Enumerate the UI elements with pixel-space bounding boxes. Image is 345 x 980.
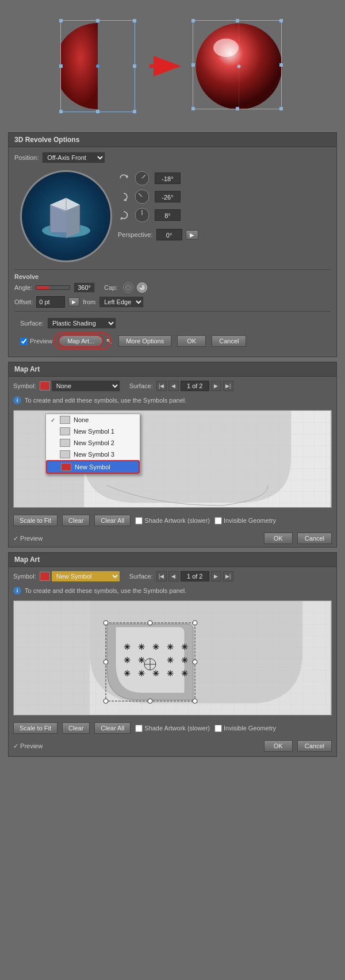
svg-text:✳: ✳	[181, 656, 188, 665]
revolve-cancel-button[interactable]: Cancel	[212, 335, 246, 347]
clear-all-btn-2[interactable]: Clear All	[94, 722, 131, 734]
surface-first-btn-1[interactable]: |◀	[156, 381, 167, 391]
angle-x-value: -18°	[155, 173, 181, 184]
revolve-preview-footer: Preview Map Art... ↖ More Options OK Can…	[14, 331, 331, 352]
shade-artwork-label-2: Shade Artwork (slower)	[135, 725, 210, 732]
angle-y-value: -26°	[155, 191, 181, 202]
dial-x-icon[interactable]	[134, 170, 150, 186]
invisible-geom-checkbox-2[interactable]	[214, 725, 222, 732]
dial-y-icon[interactable]	[134, 189, 150, 205]
info-row-2: i To create and edit these symbols, use …	[9, 584, 336, 597]
map-art-cancel-btn-1[interactable]: Cancel	[297, 533, 332, 544]
surface-label-1: Surface:	[129, 382, 153, 389]
surface-last-btn-1[interactable]: ▶|	[223, 381, 233, 391]
revolve-ok-button[interactable]: OK	[177, 335, 206, 347]
surface-next-btn-1[interactable]: ▶	[211, 381, 221, 391]
cap-btn-right[interactable]	[137, 282, 147, 293]
surface-select[interactable]: Plastic Shading	[47, 317, 116, 329]
clear-btn-1[interactable]: Clear	[62, 515, 90, 526]
svg-point-23	[125, 285, 131, 290]
clear-btn-2[interactable]: Clear	[62, 722, 90, 734]
revolve-options-panel: 3D Revolve Options Position: Off-Axis Fr…	[8, 132, 337, 357]
dropdown-item-sym1[interactable]: New Symbol 1	[46, 426, 140, 437]
svg-point-33	[193, 621, 197, 625]
map-art-button[interactable]: Map Art...	[58, 335, 103, 347]
map-art-panel-2: Map Art Symbol: New Symbol None New Symb…	[8, 552, 337, 757]
info-icon-1: i	[13, 396, 21, 404]
map-art-ok-btn-1[interactable]: OK	[264, 533, 293, 544]
shade-artwork-checkbox-1[interactable]	[135, 517, 143, 525]
preview-checkbox-label: Preview	[20, 338, 52, 345]
surface-last-btn-2[interactable]: ▶|	[223, 571, 233, 581]
dropdown-item-sym2[interactable]: New Symbol 2	[46, 437, 140, 449]
revolve-divider1	[14, 269, 331, 270]
invisible-geom-label-2: Invisible Geometry	[214, 725, 276, 732]
angle-slider[interactable]	[36, 285, 70, 290]
clear-all-btn-1[interactable]: Clear All	[94, 515, 131, 526]
dropdown-item-newsym[interactable]: New Symbol	[46, 460, 140, 474]
symbol-select-container-2: New Symbol None New Symbol 1 New Symbol …	[40, 571, 120, 582]
position-select[interactable]: Off-Axis Front	[42, 152, 105, 163]
thumb-sym1	[60, 427, 70, 435]
dial-z-icon[interactable]	[134, 207, 150, 223]
check-none: ✓	[51, 417, 56, 423]
offset-label: Offset:	[14, 298, 33, 305]
surface-first-btn-2[interactable]: |◀	[156, 571, 167, 581]
svg-point-37	[148, 699, 152, 703]
surface-row: Surface: Plastic Shading	[14, 315, 331, 331]
from-select[interactable]: Left Edge	[99, 296, 144, 308]
svg-text:✳: ✳	[124, 656, 131, 665]
scale-to-fit-btn-1[interactable]: Scale to Fit	[13, 515, 57, 526]
thumb-newsym	[61, 463, 71, 471]
map-art-title-2: Map Art	[9, 553, 336, 567]
symbol-thumb-1	[40, 381, 50, 391]
scale-to-fit-btn-2[interactable]: Scale to Fit	[13, 722, 57, 734]
offset-arrow-btn[interactable]: ▶	[68, 297, 79, 307]
symbol-dropdown-2[interactable]: New Symbol None New Symbol 1 New Symbol …	[51, 571, 120, 582]
surface-prev-btn-1[interactable]: ◀	[168, 381, 179, 391]
offset-input[interactable]	[36, 296, 65, 308]
symbol-label-2: Symbol:	[13, 573, 36, 580]
perspective-label: Perspective:	[118, 231, 153, 238]
ok-cancel-1: OK Cancel	[264, 533, 332, 544]
shade-artwork-checkbox-2[interactable]	[135, 725, 143, 732]
symbol-dropdown-menu-1: ✓ None New Symbol 1 New Symbol 2	[45, 414, 140, 474]
cap-btn-left[interactable]	[123, 282, 133, 293]
invisible-geom-text-2: Invisible Geometry	[224, 725, 276, 732]
map-art-title-1: Map Art	[9, 362, 336, 377]
half-sphere-container	[60, 20, 135, 112]
svg-point-34	[103, 699, 108, 703]
angle-z-row: 8°	[118, 207, 325, 223]
invisible-geom-text-1: Invisible Geometry	[224, 517, 276, 524]
illustration-area	[0, 0, 345, 132]
map-art-ok-btn-2[interactable]: OK	[264, 740, 293, 752]
svg-text:✳: ✳	[167, 656, 174, 665]
map-art-cancel-btn-2[interactable]: Cancel	[297, 740, 332, 752]
dropdown-item-none[interactable]: ✓ None	[46, 414, 140, 426]
surface-prev-btn-2[interactable]: ◀	[168, 571, 179, 581]
perspective-row: Perspective: 0° ▶	[118, 229, 325, 240]
art-footer-2: Scale to Fit Clear Clear All Shade Artwo…	[9, 719, 336, 737]
canvas-art-2: ✳ ✳ ✳ ✳ ✳ ✳ ✳ ✳ ✳ ✳ ✳ ✳ ✳ ✳	[14, 601, 331, 715]
preview-checkbox[interactable]	[20, 338, 28, 345]
invisible-geom-checkbox-1[interactable]	[214, 517, 222, 525]
cube-preview	[20, 170, 112, 262]
perspective-arrow-btn[interactable]: ▶	[186, 230, 198, 240]
symbol-row-2: Symbol: New Symbol None New Symbol 1 New…	[9, 567, 336, 584]
svg-marker-10	[50, 205, 66, 238]
surface-nav-1: |◀ ◀ 1 of 2 ▶ ▶|	[156, 381, 233, 391]
revolve-grid: -18° -26°	[14, 167, 331, 266]
symbol-dropdown-1[interactable]: None New Symbol 1 New Symbol 2 New Symbo…	[51, 380, 120, 392]
rotate-z-icon	[118, 209, 129, 221]
invisible-geom-label-1: Invisible Geometry	[214, 517, 276, 525]
more-options-button[interactable]: More Options	[118, 335, 171, 347]
cap-right-icon	[139, 284, 145, 291]
map-art-panel-1: Map Art Symbol: None New Symbol 1 New Sy…	[8, 362, 337, 548]
art-footer-1: Scale to Fit Clear Clear All Shade Artwo…	[9, 511, 336, 530]
symbol-row-1: Symbol: None New Symbol 1 New Symbol 2 N…	[9, 377, 336, 394]
map-art-footer-2: ✓ Preview OK Cancel	[9, 737, 336, 756]
dropdown-item-sym3[interactable]: New Symbol 3	[46, 449, 140, 460]
svg-point-38	[103, 660, 108, 664]
surface-next-btn-2[interactable]: ▶	[211, 571, 221, 581]
revolve-divider2	[14, 311, 331, 312]
